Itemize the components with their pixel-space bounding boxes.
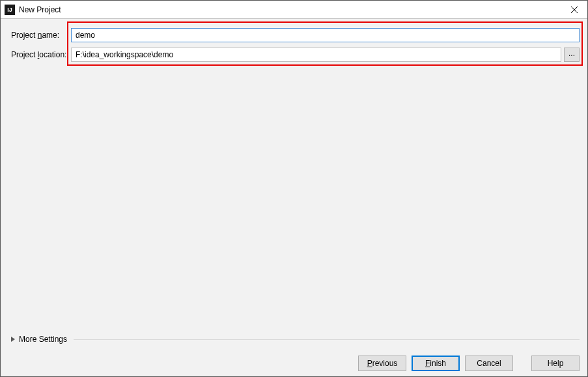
app-icon-text: IJ xyxy=(7,7,12,13)
more-settings-label: More Settings xyxy=(19,335,67,344)
app-icon: IJ xyxy=(5,5,15,15)
close-button[interactable] xyxy=(561,1,587,19)
project-name-input[interactable] xyxy=(71,28,580,42)
cancel-button[interactable]: Cancel xyxy=(465,356,513,371)
previous-button[interactable]: Previous xyxy=(358,356,406,371)
project-location-input[interactable] xyxy=(71,48,561,62)
browse-button[interactable]: ... xyxy=(564,48,580,62)
window-title: New Project xyxy=(19,5,61,14)
finish-button[interactable]: Finish xyxy=(412,356,460,371)
separator-line xyxy=(74,339,580,340)
button-bar: Previous Finish Cancel Help xyxy=(1,350,587,376)
help-button[interactable]: Help xyxy=(531,356,580,371)
project-location-label: Project location: xyxy=(11,50,71,59)
form-area: Project name: Project location: ... xyxy=(1,19,587,62)
project-name-label: Project name: xyxy=(11,31,71,40)
project-location-row: Project location: ... xyxy=(11,48,580,62)
titlebar: IJ New Project xyxy=(1,1,587,19)
project-name-row: Project name: xyxy=(11,28,580,42)
close-icon xyxy=(571,7,578,13)
content-area: Project name: Project location: ... More… xyxy=(1,19,587,350)
chevron-right-icon xyxy=(11,337,15,342)
more-settings-toggle[interactable]: More Settings xyxy=(11,335,580,344)
